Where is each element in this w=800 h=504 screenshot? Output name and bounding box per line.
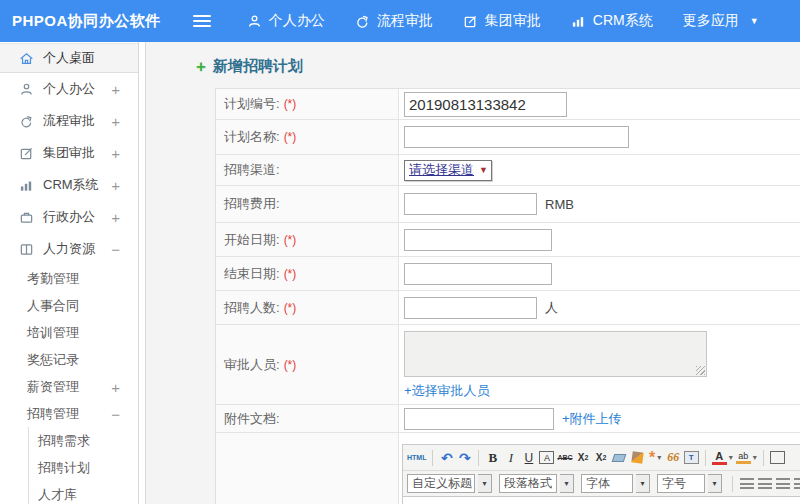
expand-icon[interactable]: +: [111, 114, 120, 129]
format-brush-button[interactable]: [630, 449, 645, 467]
expand-icon[interactable]: −: [111, 406, 120, 421]
justify-button[interactable]: [793, 475, 800, 493]
font-box-button[interactable]: A: [539, 451, 554, 464]
select-approver-link[interactable]: +选择审批人员: [404, 382, 490, 400]
field-label: 审批人员:: [224, 356, 280, 374]
sidebar-item-hr-contract[interactable]: 人事合同: [0, 292, 138, 319]
editor-toolbar-row1: HTML ↶ ↷ B I U A ABC X2: [403, 445, 800, 470]
workflow-icon: [355, 14, 370, 29]
expand-icon[interactable]: +: [111, 210, 120, 225]
expand-icon[interactable]: +: [111, 379, 120, 394]
superscript-base: X: [578, 452, 585, 463]
toolbar-separator: [763, 450, 764, 466]
form-table: 计划编号:(*) 计划名称:(*) 招聘渠道: 请选择渠道 ▼: [215, 88, 800, 504]
highlight-icon: ab: [736, 452, 751, 464]
attachment-input[interactable]: [404, 408, 554, 430]
expand-icon[interactable]: −: [111, 242, 120, 257]
underline-button[interactable]: U: [521, 449, 536, 467]
field-label: 开始日期:: [224, 231, 280, 249]
sidebar-item-workflow-approval[interactable]: 流程审批 +: [0, 105, 138, 137]
headcount-input[interactable]: [404, 297, 537, 319]
sidebar-item-recruitment-demand[interactable]: 招聘需求: [29, 427, 138, 454]
attachment-upload-link[interactable]: +附件上传: [562, 410, 622, 428]
redo-button[interactable]: ↷: [457, 449, 472, 467]
field-label: 招聘费用:: [224, 195, 280, 213]
field-label: 招聘人数:: [224, 299, 280, 317]
editor-content[interactable]: [403, 496, 800, 504]
channel-select[interactable]: 请选择渠道 ▼: [404, 160, 492, 181]
expand-icon[interactable]: +: [111, 146, 120, 161]
font-color-button[interactable]: A▾: [712, 449, 733, 467]
sidebar-item-admin-office[interactable]: 行政办公 +: [0, 201, 138, 233]
end-date-input[interactable]: [404, 263, 552, 285]
heading-select[interactable]: 自定义标题: [407, 474, 475, 493]
sidebar-item-attendance[interactable]: 考勤管理: [0, 265, 138, 292]
sidebar-item-crm[interactable]: CRM系统 +: [0, 169, 138, 201]
nav-item-group-approval[interactable]: 集团审批: [463, 12, 541, 30]
paste-button[interactable]: T: [684, 449, 699, 467]
sidebar-item-label: 招聘计划: [38, 459, 90, 477]
undo-button[interactable]: ↶: [439, 449, 454, 467]
field-row-start-date: 开始日期:(*): [216, 223, 800, 257]
font-size-select[interactable]: 字号: [657, 474, 705, 493]
paragraph-select[interactable]: 段落格式: [499, 474, 557, 493]
sidebar-item-talent-pool[interactable]: 人才库: [29, 481, 138, 504]
menu-toggle-button[interactable]: [193, 15, 211, 27]
field-row-headcount: 招聘人数:(*) 人: [216, 291, 800, 325]
sidebar-item-label: 人力资源: [43, 240, 95, 258]
sidebar-item-training[interactable]: 培训管理: [0, 319, 138, 346]
align-center-button[interactable]: [757, 475, 772, 493]
superscript-button[interactable]: X2: [576, 449, 591, 467]
field-row-editor: HTML ↶ ↷ B I U A ABC X2: [216, 433, 800, 504]
plan-number-input[interactable]: [404, 92, 567, 117]
fee-unit: RMB: [545, 197, 574, 212]
bold-button[interactable]: B: [485, 449, 500, 467]
html-source-button[interactable]: HTML: [407, 449, 426, 467]
plan-name-input[interactable]: [404, 126, 629, 148]
nav-item-workflow-approval[interactable]: 流程审批: [355, 12, 433, 30]
caret-down-icon[interactable]: ▾: [708, 474, 722, 493]
sidebar-item-label: 个人桌面: [43, 49, 95, 67]
blockquote-button[interactable]: 66: [666, 449, 681, 467]
extra-button[interactable]: [770, 451, 785, 464]
sidebar-item-salary[interactable]: 薪资管理 +: [0, 373, 138, 400]
align-center-icon: [758, 478, 772, 489]
approver-textarea[interactable]: [404, 331, 707, 377]
sidebar: 个人桌面 个人办公 + 流程审批 + 集团审批 + CRM系统 +: [0, 42, 138, 504]
italic-button[interactable]: I: [503, 449, 518, 467]
align-left-button[interactable]: [739, 475, 754, 493]
sidebar-item-recruitment-plan[interactable]: 招聘计划: [29, 454, 138, 481]
magic-format-button[interactable]: *▾: [648, 449, 663, 467]
sidebar-item-label: 集团审批: [43, 144, 95, 162]
editor-toolbar-row2: 自定义标题▾ 段落格式▾ 字体▾ 字号▾ ∞: [403, 470, 800, 496]
sidebar-scrollbar-track[interactable]: [138, 42, 146, 504]
sidebar-item-rewards[interactable]: 奖惩记录: [0, 346, 138, 373]
caret-down-icon: ▼: [479, 165, 488, 175]
align-right-button[interactable]: [775, 475, 790, 493]
nav-item-more-apps[interactable]: 更多应用 ▼: [683, 12, 759, 30]
field-row-channel: 招聘渠道: 请选择渠道 ▼: [216, 155, 800, 186]
strikethrough-button[interactable]: ABC: [557, 449, 572, 467]
subscript-button[interactable]: X2: [594, 449, 609, 467]
font-family-select[interactable]: 字体: [581, 474, 633, 493]
highlight-color-button[interactable]: ab▾: [736, 449, 757, 467]
toolbar-separator: [732, 476, 733, 492]
sidebar-item-hr[interactable]: 人力资源 −: [0, 233, 138, 265]
caret-down-icon[interactable]: ▾: [636, 474, 650, 493]
fee-input[interactable]: [404, 193, 537, 215]
sidebar-item-group-approval[interactable]: 集团审批 +: [0, 137, 138, 169]
app-brand: PHPOA协同办公软件: [12, 12, 161, 31]
caret-down-icon[interactable]: ▾: [478, 474, 492, 493]
nav-item-personal-office[interactable]: 个人办公: [247, 12, 325, 30]
expand-icon[interactable]: +: [111, 82, 120, 97]
sidebar-item-personal-office[interactable]: 个人办公 +: [0, 73, 138, 105]
chart-icon: [571, 14, 586, 29]
nav-item-crm[interactable]: CRM系统: [571, 12, 653, 30]
sidebar-item-recruitment[interactable]: 招聘管理 −: [0, 400, 138, 427]
caret-down-icon[interactable]: ▾: [560, 474, 574, 493]
eraser-button[interactable]: [612, 449, 627, 467]
start-date-input[interactable]: [404, 229, 552, 251]
sidebar-item-personal-desktop[interactable]: 个人桌面: [0, 43, 138, 73]
expand-icon[interactable]: +: [111, 178, 120, 193]
top-navigation: 个人办公 流程审批 集团审批 CRM系统 更多应用 ▼: [247, 12, 759, 30]
